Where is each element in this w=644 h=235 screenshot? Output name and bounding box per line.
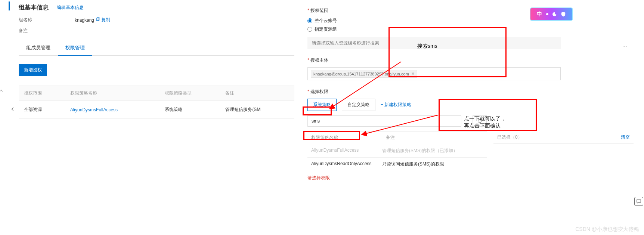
tab-permissions[interactable]: 权限管理 xyxy=(58,41,92,56)
policy-list: 权限策略名称 备注 AliyunDysmsFullAccess 管理短信服务(S… xyxy=(307,131,487,181)
accent-bar xyxy=(9,1,10,10)
chevron-left-icon xyxy=(10,106,15,112)
tab-members[interactable]: 组成员管理 xyxy=(19,41,58,55)
th-policy-name: 权限策略名称 xyxy=(65,86,160,101)
group-name-value: knagkang xyxy=(75,18,94,23)
create-policy-link[interactable]: + 新建权限策略 xyxy=(381,102,411,108)
svg-rect-0 xyxy=(96,18,99,21)
radio-resource-group[interactable]: 指定资源组 xyxy=(307,26,634,33)
radio-whole-account[interactable]: 整个云账号 xyxy=(307,18,634,24)
col-policy-note: 备注 xyxy=(386,134,483,141)
chat-button[interactable] xyxy=(634,197,643,206)
selected-policy-panel: 已选择（0） 清空 xyxy=(493,131,634,181)
radio-whole-account-label: 整个云账号 xyxy=(315,18,337,24)
error-text: 请选择权限 xyxy=(307,175,487,181)
permissions-table: 授权范围 权限策略名称 权限策略类型 备注 全部资源 AliyunDysmsFu… xyxy=(19,86,294,119)
remark-label: 备注 xyxy=(19,28,75,34)
radio-whole-account-input[interactable] xyxy=(307,18,312,23)
refresh-button[interactable] xyxy=(473,115,487,127)
principal-tag-text: knagkang@group.1541711277389297.onaliyun… xyxy=(313,72,409,76)
refresh-icon xyxy=(477,118,482,124)
scope-label: 授权范围 xyxy=(307,7,634,14)
policy-note: 只读访问短信服务(SMS)的权限 xyxy=(382,161,444,167)
col-policy-name: 权限策略名称 xyxy=(311,134,386,141)
copy-link[interactable]: 复制 xyxy=(96,17,110,23)
th-scope: 授权范围 xyxy=(19,86,65,101)
left-panel: 组基本信息 编辑基本信息 组名称 knagkang 复制 备注 组成员管理 权限… xyxy=(0,0,297,235)
group-name-label: 组名称 xyxy=(19,17,75,23)
external-icon xyxy=(0,89,4,93)
clear-link[interactable]: 清空 xyxy=(621,134,630,140)
principal-input[interactable]: knagkang@group.1541711277389297.onaliyun… xyxy=(307,67,561,80)
edit-basic-info-link[interactable]: 编辑基本信息 xyxy=(57,4,84,11)
page-title: 组基本信息 xyxy=(19,4,49,12)
radio-resource-group-label: 指定资源组 xyxy=(315,26,337,33)
add-authorization-button[interactable]: 新增授权 xyxy=(19,64,47,76)
cell-remark: 管理短信服务(SM xyxy=(220,101,294,119)
th-policy-type: 权限策略类型 xyxy=(160,86,220,101)
th-remark: 备注 xyxy=(220,86,294,101)
table-row[interactable]: 全部资源 AliyunDysmsFullAccess 系统策略 管理短信服务(S… xyxy=(19,101,294,119)
svg-rect-1 xyxy=(97,18,99,21)
cell-scope: 全部资源 xyxy=(19,101,65,119)
policy-note: 管理短信服务(SMS)的权限（已添加） xyxy=(382,148,458,154)
radio-resource-group-input[interactable] xyxy=(307,27,312,32)
tabs: 组成员管理 权限管理 xyxy=(19,41,294,56)
cell-type: 系统策略 xyxy=(160,101,220,119)
authorize-drawer: 授权范围 整个云账号 指定资源组 ﹀ 授权主体 knagkang@group.1… xyxy=(297,0,644,235)
cell-policy-link[interactable]: AliyunDysmsFullAccess xyxy=(70,107,118,112)
selected-count: 已选择（0） xyxy=(497,134,522,140)
remove-tag-button[interactable]: ✕ xyxy=(411,71,415,76)
copy-icon xyxy=(96,17,100,22)
policy-name: AliyunDysmsReadOnlyAccess xyxy=(311,161,382,167)
chevron-down-icon: ﹀ xyxy=(623,44,628,50)
collapse-handle[interactable] xyxy=(10,106,15,113)
resource-group-select xyxy=(307,37,561,49)
tab-custom-policy[interactable]: 自定义策略 xyxy=(342,99,375,111)
policy-row-full[interactable]: AliyunDysmsFullAccess 管理短信服务(SMS)的权限（已添加… xyxy=(307,144,487,158)
policy-name: AliyunDysmsFullAccess xyxy=(311,148,382,154)
principal-label: 授权主体 xyxy=(307,57,634,64)
copy-label: 复制 xyxy=(101,17,110,22)
tab-system-policy[interactable]: 系统策略 xyxy=(307,99,337,111)
policy-search-input[interactable] xyxy=(307,115,461,127)
select-permission-label: 选择权限 xyxy=(307,89,634,95)
chat-icon xyxy=(636,199,641,204)
principal-tag: knagkang@group.1541711277389297.onaliyun… xyxy=(311,70,417,78)
policy-row-readonly[interactable]: AliyunDysmsReadOnlyAccess 只读访问短信服务(SMS)的… xyxy=(307,158,487,171)
